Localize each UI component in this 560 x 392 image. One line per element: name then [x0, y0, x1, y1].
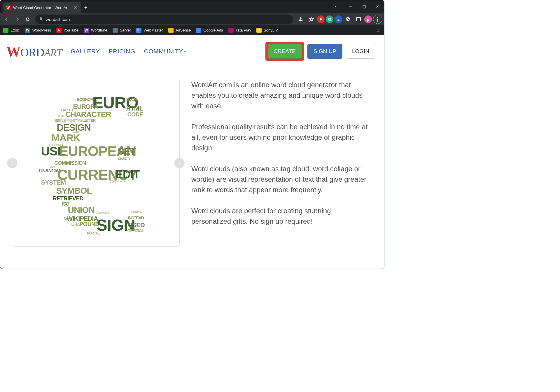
bookmark-favicon-icon: ▶ [56, 28, 62, 33]
bookmark-label: Wordtune [91, 28, 107, 32]
wordcloud-word: RETRIEVED [53, 195, 83, 202]
bookmark-favicon-icon: 🌐 [113, 28, 118, 33]
bookmark-star-icon[interactable] [307, 15, 316, 24]
bookmark-label: SonyLIV [264, 28, 278, 32]
svg-point-10 [377, 17, 378, 18]
browser-window: W Word Cloud Generator - WordArt ✕ + [0, 0, 384, 269]
carousel-prev-button[interactable]: ‹ [7, 158, 18, 168]
wordcloud-word: CENT [50, 165, 56, 168]
copy-paragraph: WordArt.com is an online word cloud gene… [191, 80, 372, 111]
extension-ublock-icon[interactable] [317, 15, 325, 23]
bookmark-favicon-icon: ✔ [256, 28, 262, 33]
login-button[interactable]: LOGIN [346, 44, 375, 59]
nav-community[interactable]: COMMUNITY ▾ [144, 48, 186, 55]
bookmark-favicon-icon: 🔍 [136, 28, 141, 33]
svg-point-11 [377, 19, 378, 20]
new-tab-button[interactable]: + [81, 2, 90, 13]
tabs-dropdown-icon[interactable] [328, 1, 342, 12]
bookmark-item[interactable]: ✔SonyLIV [256, 28, 278, 33]
wordcloud-word: ALTER [73, 130, 80, 133]
bookmarks-bar: EzoicWWordPress▶YouTubeWWordtune🌐Server🔍… [0, 25, 384, 35]
extensions-puzzle-icon[interactable] [343, 15, 353, 24]
reload-button[interactable] [23, 15, 32, 24]
svg-point-12 [377, 21, 378, 22]
bookmark-label: YouTube [64, 28, 78, 32]
create-button[interactable]: CREATE [267, 44, 302, 59]
bookmark-label: Google Ads [203, 28, 223, 32]
wordcloud-word: CHARACTER [66, 110, 111, 119]
wordcloud-word: GLYPH [58, 115, 65, 118]
bookmark-item[interactable]: ▶YouTube [56, 28, 78, 33]
nav-gallery[interactable]: GALLERY [71, 48, 100, 55]
signup-button[interactable]: SIGN UP [307, 44, 342, 59]
menu-dots-icon[interactable] [373, 15, 382, 24]
extension-blue-icon[interactable]: a [335, 15, 342, 23]
nav-actions: CREATE SIGN UP LOGIN [265, 42, 375, 61]
favicon-icon: W [6, 5, 11, 10]
wordcloud-word: RELATED [116, 180, 126, 183]
maximize-button[interactable] [357, 1, 371, 12]
profile-avatar[interactable]: p [364, 15, 372, 23]
create-button-highlight: CREATE [265, 42, 304, 61]
svg-marker-7 [321, 18, 322, 20]
svg-rect-1 [363, 6, 365, 8]
wordcloud-word: CODE [127, 111, 143, 118]
wordcloud-word: NON [64, 217, 71, 221]
wordcloud-word: PORTAL [87, 231, 99, 235]
bookmark-label: AdSense [176, 28, 191, 32]
page-viewport[interactable]: WORDART GALLERY PRICING COMMUNITY ▾ CREA… [0, 35, 384, 269]
share-icon[interactable] [296, 15, 305, 24]
extension-grammarly-icon[interactable]: G [326, 15, 333, 23]
wordcloud-word: SUCH [126, 97, 137, 102]
copy-paragraph: Word clouds are perfect for creating stu… [191, 206, 372, 227]
svg-marker-5 [309, 17, 313, 21]
bookmark-item[interactable]: WWordtune [84, 28, 107, 33]
hero-section: ‹ ECONOMICEUROSUCHEUROPAHTMLLAYOUTCHARAC… [0, 67, 384, 264]
chevron-down-icon: ▾ [184, 49, 186, 53]
bookmark-item[interactable]: Google Ads [196, 28, 223, 33]
wordcloud-word: LETTER [83, 118, 96, 123]
wordcloud-word: MARK [52, 132, 80, 144]
bookmark-favicon-icon [168, 28, 174, 33]
bookmark-item[interactable]: AdSense [168, 28, 191, 33]
browser-tab[interactable]: W Word Cloud Generator - WordArt ✕ [3, 2, 81, 13]
bookmark-item[interactable]: Tata Play [228, 28, 251, 33]
wordcloud-word: EDIT [116, 168, 140, 181]
sidepanel-icon[interactable] [354, 15, 363, 24]
wordcloud-word: EUROPA [73, 103, 99, 111]
bookmark-item[interactable]: 🔍WebMaster [136, 28, 163, 33]
wordcloud-word: COM [110, 180, 116, 183]
copy-paragraph: Professional quality results can be achi… [191, 122, 372, 153]
forward-button[interactable] [13, 15, 22, 24]
tab-close-icon[interactable]: ✕ [73, 5, 78, 10]
minimize-button[interactable] [344, 1, 357, 12]
wordcloud-word: STABILITY [118, 157, 130, 160]
window-controls [328, 0, 384, 13]
bookmark-label: WordPress [32, 28, 51, 32]
bookmark-favicon-icon [228, 28, 234, 33]
browser-toolbar: wordart.com G a p [0, 13, 384, 25]
bookmark-favicon-icon [3, 28, 8, 33]
tab-title: Word Cloud Generator - WordArt [13, 6, 70, 10]
bookmark-favicon-icon [196, 28, 201, 33]
back-button[interactable] [2, 15, 11, 24]
nav-community-label: COMMUNITY [144, 48, 183, 55]
bookmark-item[interactable]: 🌐Server [113, 28, 131, 33]
site-logo[interactable]: WORDART [6, 43, 62, 60]
bookmark-label: WebMaster [144, 28, 163, 32]
lock-icon [39, 17, 43, 22]
site-nav: WORDART GALLERY PRICING COMMUNITY ▾ CREA… [0, 35, 384, 67]
bookmark-item[interactable]: Ezoic [3, 28, 20, 33]
wordcloud-word: GENERAL [131, 210, 142, 213]
bookmark-item[interactable]: WWordPress [25, 28, 51, 33]
close-button[interactable] [371, 1, 384, 12]
carousel-next-button[interactable]: › [174, 158, 185, 168]
hero-copy: WordArt.com is an online word cloud gene… [191, 79, 372, 247]
nav-pricing[interactable]: PRICING [108, 48, 135, 55]
svg-rect-8 [356, 18, 360, 21]
address-bar[interactable]: wordart.com [35, 15, 293, 24]
bookmarks-overflow-icon[interactable]: » [375, 28, 381, 33]
bookmark-label: Ezoic [10, 28, 20, 32]
wordcloud-word: COMMISSION [55, 160, 86, 166]
copy-paragraph: Word clouds (also known as tag cloud, wo… [191, 164, 372, 195]
